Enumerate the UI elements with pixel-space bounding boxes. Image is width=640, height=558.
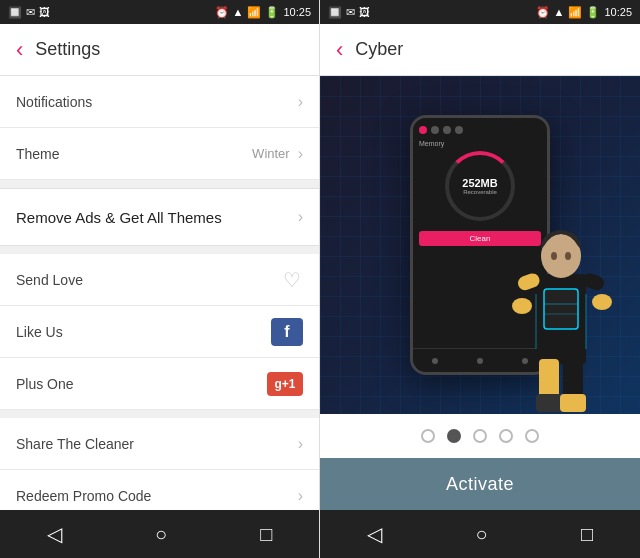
msg-icon: ✉ (26, 6, 35, 19)
svg-rect-13 (536, 394, 562, 412)
send-love-right: ♡ (281, 269, 303, 291)
svg-point-5 (551, 252, 557, 260)
activate-button[interactable]: Activate (320, 458, 640, 510)
svg-point-9 (512, 298, 532, 314)
right-alarm-icon: ⏰ (536, 6, 550, 19)
redeem-right: › (298, 487, 303, 505)
theme-chevron-icon: › (298, 145, 303, 163)
right-home-nav-button[interactable]: ○ (451, 515, 511, 554)
wifi-icon: ▲ (233, 6, 244, 18)
theme-right: Winter › (252, 145, 303, 163)
right-back-nav-button[interactable]: ◁ (343, 514, 406, 554)
right-status-icons-right: ⏰ ▲ 📶 🔋 10:25 (536, 6, 632, 19)
right-bottom-nav: ◁ ○ □ (320, 510, 640, 558)
theme-preview: Memory 252MB Recoverable Clean (320, 76, 640, 414)
memory-value: 252MB (462, 177, 497, 189)
left-back-nav-button[interactable]: ◁ (23, 514, 86, 554)
phone-top-bar (419, 126, 541, 134)
settings-item-notifications[interactable]: Notifications › (0, 76, 319, 128)
theme-value: Winter (252, 146, 290, 161)
plus-one-right: g+1 (267, 372, 303, 396)
android-icon: 🔲 (8, 6, 22, 19)
svg-rect-1 (544, 289, 578, 329)
share-cleaner-right: › (298, 435, 303, 453)
dot-4[interactable] (499, 429, 513, 443)
left-time: 10:25 (283, 6, 311, 18)
facebook-icon: f (271, 318, 303, 346)
remove-ads-label: Remove Ads & Get All Themes (16, 209, 222, 226)
notifications-label: Notifications (16, 94, 92, 110)
right-status-icons-left: 🔲 ✉ 🖼 (328, 6, 370, 19)
svg-point-6 (565, 252, 571, 260)
divider-1 (0, 180, 319, 188)
left-home-nav-button[interactable]: ○ (131, 515, 191, 554)
settings-item-plus-one[interactable]: Plus One g+1 (0, 358, 319, 410)
dots-row (320, 414, 640, 458)
dot-3[interactable] (473, 429, 487, 443)
right-recent-nav-button[interactable]: □ (557, 515, 617, 554)
right-panel: 🔲 ✉ 🖼 ⏰ ▲ 📶 🔋 10:25 ‹ Cyber (320, 0, 640, 558)
share-cleaner-label: Share The Cleaner (16, 436, 134, 452)
phone-dot-1 (419, 126, 427, 134)
share-cleaner-chevron-icon: › (298, 435, 303, 453)
left-panel: 🔲 ✉ 🖼 ⏰ ▲ 📶 🔋 10:25 ‹ Settings Notificat… (0, 0, 320, 558)
notifications-chevron-icon: › (298, 93, 303, 111)
redeem-chevron-icon: › (298, 487, 303, 505)
settings-item-share-cleaner[interactable]: Share The Cleaner › (0, 418, 319, 470)
divider-3 (0, 410, 319, 418)
right-android-icon: 🔲 (328, 6, 342, 19)
memory-circle: 252MB Recoverable (445, 151, 515, 221)
dot-2[interactable] (447, 429, 461, 443)
left-bottom-nav: ◁ ○ □ (0, 510, 319, 558)
svg-rect-14 (560, 394, 586, 412)
signal-icon: 📶 (247, 6, 261, 19)
settings-item-remove-ads[interactable]: Remove Ads & Get All Themes › (0, 188, 319, 246)
phone-dot-3 (443, 126, 451, 134)
like-us-right: f (271, 318, 303, 346)
send-love-label: Send Love (16, 272, 83, 288)
phone-nav-home (477, 358, 483, 364)
right-time: 10:25 (604, 6, 632, 18)
settings-item-send-love[interactable]: Send Love ♡ (0, 254, 319, 306)
heart-icon: ♡ (281, 269, 303, 291)
right-photo-icon: 🖼 (359, 6, 370, 18)
dot-5[interactable] (525, 429, 539, 443)
right-status-bar: 🔲 ✉ 🖼 ⏰ ▲ 📶 🔋 10:25 (320, 0, 640, 24)
left-status-bar: 🔲 ✉ 🖼 ⏰ ▲ 📶 🔋 10:25 (0, 0, 319, 24)
settings-list: Notifications › Theme Winter › Remove Ad… (0, 76, 319, 510)
settings-item-like-us[interactable]: Like Us f (0, 306, 319, 358)
left-back-button[interactable]: ‹ (16, 37, 23, 63)
character-illustration (506, 194, 616, 414)
settings-item-redeem[interactable]: Redeem Promo Code › (0, 470, 319, 510)
right-header: ‹ Cyber (320, 24, 640, 76)
phone-nav-back (432, 358, 438, 364)
notifications-right: › (298, 93, 303, 111)
memory-label: Memory (419, 140, 541, 147)
left-header: ‹ Settings (0, 24, 319, 76)
divider-2 (0, 246, 319, 254)
left-header-title: Settings (35, 39, 100, 60)
remove-ads-chevron-icon: › (298, 208, 303, 226)
phone-dot-4 (455, 126, 463, 134)
redeem-label: Redeem Promo Code (16, 488, 151, 504)
phone-dot-2 (431, 126, 439, 134)
right-battery-icon: 🔋 (586, 6, 600, 19)
right-msg-icon: ✉ (346, 6, 355, 19)
svg-point-10 (592, 294, 612, 310)
memory-sub: Recoverable (463, 189, 497, 195)
photo-icon: 🖼 (39, 6, 50, 18)
left-recent-nav-button[interactable]: □ (236, 515, 296, 554)
right-back-button[interactable]: ‹ (336, 37, 343, 63)
left-status-icons-right: ⏰ ▲ 📶 🔋 10:25 (215, 6, 311, 19)
alarm-icon: ⏰ (215, 6, 229, 19)
plus-one-label: Plus One (16, 376, 74, 392)
settings-item-theme[interactable]: Theme Winter › (0, 128, 319, 180)
battery-icon: 🔋 (265, 6, 279, 19)
like-us-label: Like Us (16, 324, 63, 340)
remove-ads-right: › (298, 208, 303, 226)
theme-label: Theme (16, 146, 60, 162)
dot-1[interactable] (421, 429, 435, 443)
left-status-icons-left: 🔲 ✉ 🖼 (8, 6, 50, 19)
right-content: Memory 252MB Recoverable Clean (320, 76, 640, 510)
gplus-icon: g+1 (267, 372, 303, 396)
